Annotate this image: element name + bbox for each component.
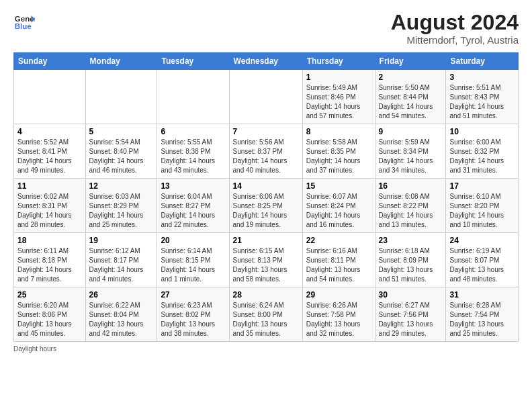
- day-info: Sunrise: 5:54 AM Sunset: 8:40 PM Dayligh…: [89, 138, 154, 175]
- day-info: Sunrise: 5:51 AM Sunset: 8:43 PM Dayligh…: [449, 83, 515, 121]
- day-info: Sunrise: 6:00 AM Sunset: 8:32 PM Dayligh…: [449, 138, 515, 175]
- day-number: 25: [17, 290, 82, 300]
- day-info: Sunrise: 5:52 AM Sunset: 8:41 PM Dayligh…: [17, 138, 82, 175]
- col-wednesday: Wednesday: [229, 53, 302, 70]
- table-row: 5Sunrise: 5:54 AM Sunset: 8:40 PM Daylig…: [85, 124, 157, 179]
- day-info: Sunrise: 6:08 AM Sunset: 8:22 PM Dayligh…: [379, 192, 443, 230]
- title-block: August 2024 Mitterndorf, Tyrol, Austria: [391, 11, 519, 46]
- col-monday: Monday: [85, 53, 157, 70]
- table-row: 11Sunrise: 6:02 AM Sunset: 8:31 PM Dayli…: [14, 179, 86, 233]
- day-info: Sunrise: 6:15 AM Sunset: 8:13 PM Dayligh…: [233, 246, 299, 284]
- day-info: Sunrise: 5:50 AM Sunset: 8:44 PM Dayligh…: [379, 83, 443, 121]
- day-info: Sunrise: 6:07 AM Sunset: 8:24 PM Dayligh…: [306, 192, 371, 230]
- day-number: 12: [89, 181, 154, 191]
- day-info: Sunrise: 6:24 AM Sunset: 8:00 PM Dayligh…: [233, 301, 299, 338]
- day-number: 8: [306, 127, 371, 136]
- day-number: 28: [233, 290, 299, 300]
- col-thursday: Thursday: [302, 53, 375, 70]
- day-number: 19: [89, 236, 154, 245]
- table-row: 8Sunrise: 5:58 AM Sunset: 8:35 PM Daylig…: [302, 124, 375, 179]
- day-info: Sunrise: 6:16 AM Sunset: 8:11 PM Dayligh…: [306, 246, 371, 284]
- calendar-week-row: 1Sunrise: 5:49 AM Sunset: 8:46 PM Daylig…: [14, 70, 519, 124]
- day-info: Sunrise: 5:55 AM Sunset: 8:38 PM Dayligh…: [161, 138, 225, 175]
- day-number: 24: [449, 236, 515, 245]
- table-row: 14Sunrise: 6:06 AM Sunset: 8:25 PM Dayli…: [229, 179, 302, 233]
- table-row: 3Sunrise: 5:51 AM Sunset: 8:43 PM Daylig…: [446, 70, 519, 124]
- day-info: Sunrise: 6:20 AM Sunset: 8:06 PM Dayligh…: [17, 301, 82, 338]
- table-row: 6Sunrise: 5:55 AM Sunset: 8:38 PM Daylig…: [157, 124, 229, 179]
- day-info: Sunrise: 6:28 AM Sunset: 7:54 PM Dayligh…: [449, 301, 515, 338]
- day-number: 9: [379, 127, 443, 136]
- day-number: 4: [17, 127, 82, 136]
- day-number: 14: [233, 181, 299, 191]
- table-row: 26Sunrise: 6:22 AM Sunset: 8:04 PM Dayli…: [85, 287, 157, 342]
- calendar-week-row: 25Sunrise: 6:20 AM Sunset: 8:06 PM Dayli…: [14, 287, 519, 342]
- table-row: 12Sunrise: 6:03 AM Sunset: 8:29 PM Dayli…: [85, 179, 157, 233]
- col-saturday: Saturday: [446, 53, 519, 70]
- day-info: Sunrise: 6:19 AM Sunset: 8:07 PM Dayligh…: [449, 246, 515, 284]
- day-info: Sunrise: 6:14 AM Sunset: 8:15 PM Dayligh…: [161, 246, 225, 284]
- day-info: Sunrise: 6:03 AM Sunset: 8:29 PM Dayligh…: [89, 192, 154, 230]
- logo: General Blue: [13, 11, 35, 32]
- calendar-week-row: 18Sunrise: 6:11 AM Sunset: 8:18 PM Dayli…: [14, 233, 519, 287]
- generalblue-logo-icon: General Blue: [13, 11, 35, 32]
- table-row: 22Sunrise: 6:16 AM Sunset: 8:11 PM Dayli…: [302, 233, 375, 287]
- day-number: 1: [306, 73, 371, 82]
- table-row: 25Sunrise: 6:20 AM Sunset: 8:06 PM Dayli…: [14, 287, 86, 342]
- day-number: 17: [449, 181, 515, 191]
- table-row: 23Sunrise: 6:18 AM Sunset: 8:09 PM Dayli…: [375, 233, 446, 287]
- table-row: [157, 70, 229, 124]
- table-row: 19Sunrise: 6:12 AM Sunset: 8:17 PM Dayli…: [85, 233, 157, 287]
- day-number: 16: [379, 181, 443, 191]
- day-info: Sunrise: 5:58 AM Sunset: 8:35 PM Dayligh…: [306, 138, 371, 175]
- table-row: 9Sunrise: 5:59 AM Sunset: 8:34 PM Daylig…: [375, 124, 446, 179]
- day-info: Sunrise: 6:10 AM Sunset: 8:20 PM Dayligh…: [449, 192, 515, 230]
- header: General Blue August 2024 Mitterndorf, Ty…: [13, 11, 519, 46]
- table-row: 16Sunrise: 6:08 AM Sunset: 8:22 PM Dayli…: [375, 179, 446, 233]
- day-number: 26: [89, 290, 154, 300]
- day-info: Sunrise: 6:11 AM Sunset: 8:18 PM Dayligh…: [17, 246, 82, 284]
- day-number: 2: [379, 73, 443, 82]
- day-number: 10: [449, 127, 515, 136]
- day-info: Sunrise: 6:04 AM Sunset: 8:27 PM Dayligh…: [161, 192, 225, 230]
- day-info: Sunrise: 6:27 AM Sunset: 7:56 PM Dayligh…: [379, 301, 443, 338]
- day-number: 23: [379, 236, 443, 245]
- table-row: 13Sunrise: 6:04 AM Sunset: 8:27 PM Dayli…: [157, 179, 229, 233]
- table-row: 20Sunrise: 6:14 AM Sunset: 8:15 PM Dayli…: [157, 233, 229, 287]
- col-sunday: Sunday: [14, 53, 86, 70]
- table-row: 28Sunrise: 6:24 AM Sunset: 8:00 PM Dayli…: [229, 287, 302, 342]
- calendar-week-row: 11Sunrise: 6:02 AM Sunset: 8:31 PM Dayli…: [14, 179, 519, 233]
- table-row: [85, 70, 157, 124]
- footnote: Daylight hours: [13, 345, 519, 353]
- month-year-title: August 2024: [391, 11, 519, 34]
- day-info: Sunrise: 6:26 AM Sunset: 7:58 PM Dayligh…: [306, 301, 371, 338]
- day-number: 27: [161, 290, 225, 300]
- table-row: [229, 70, 302, 124]
- table-row: 30Sunrise: 6:27 AM Sunset: 7:56 PM Dayli…: [375, 287, 446, 342]
- day-info: Sunrise: 6:02 AM Sunset: 8:31 PM Dayligh…: [17, 192, 82, 230]
- table-row: 15Sunrise: 6:07 AM Sunset: 8:24 PM Dayli…: [302, 179, 375, 233]
- calendar-week-row: 4Sunrise: 5:52 AM Sunset: 8:41 PM Daylig…: [14, 124, 519, 179]
- col-friday: Friday: [375, 53, 446, 70]
- table-row: 27Sunrise: 6:23 AM Sunset: 8:02 PM Dayli…: [157, 287, 229, 342]
- svg-text:Blue: Blue: [15, 22, 32, 30]
- table-row: 18Sunrise: 6:11 AM Sunset: 8:18 PM Dayli…: [14, 233, 86, 287]
- day-number: 21: [233, 236, 299, 245]
- table-row: 4Sunrise: 5:52 AM Sunset: 8:41 PM Daylig…: [14, 124, 86, 179]
- table-row: 17Sunrise: 6:10 AM Sunset: 8:20 PM Dayli…: [446, 179, 519, 233]
- table-row: 21Sunrise: 6:15 AM Sunset: 8:13 PM Dayli…: [229, 233, 302, 287]
- day-number: 6: [161, 127, 225, 136]
- day-info: Sunrise: 5:59 AM Sunset: 8:34 PM Dayligh…: [379, 138, 443, 175]
- table-row: 1Sunrise: 5:49 AM Sunset: 8:46 PM Daylig…: [302, 70, 375, 124]
- day-number: 13: [161, 181, 225, 191]
- day-number: 5: [89, 127, 154, 136]
- day-info: Sunrise: 6:06 AM Sunset: 8:25 PM Dayligh…: [233, 192, 299, 230]
- table-row: 7Sunrise: 5:56 AM Sunset: 8:37 PM Daylig…: [229, 124, 302, 179]
- table-row: [14, 70, 86, 124]
- day-number: 22: [306, 236, 371, 245]
- table-row: 31Sunrise: 6:28 AM Sunset: 7:54 PM Dayli…: [446, 287, 519, 342]
- day-info: Sunrise: 5:56 AM Sunset: 8:37 PM Dayligh…: [233, 138, 299, 175]
- day-number: 18: [17, 236, 82, 245]
- day-number: 31: [449, 290, 515, 300]
- calendar-header-row: Sunday Monday Tuesday Wednesday Thursday…: [14, 53, 519, 70]
